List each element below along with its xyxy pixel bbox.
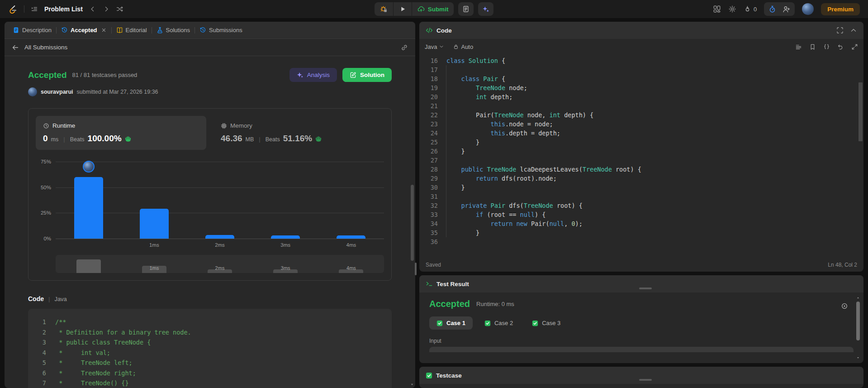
- line-code: [446, 156, 450, 165]
- tab-accepted[interactable]: Accepted: [57, 22, 111, 38]
- line-number: 18: [419, 74, 438, 83]
- line-code: return dfs(root).node;: [446, 174, 557, 183]
- line-code: public TreeNode lcaDeepestLeaves(TreeNod…: [446, 165, 641, 174]
- format-code-icon[interactable]: [795, 43, 802, 50]
- debug-button[interactable]: [375, 2, 393, 16]
- back-arrow-icon[interactable]: [12, 44, 19, 51]
- test-result-header: Test Result: [419, 275, 863, 292]
- scroll-up-icon[interactable]: [856, 296, 860, 300]
- solution-button[interactable]: Solution: [342, 68, 392, 82]
- solution-label: Solution: [360, 72, 384, 78]
- editor-line: 30 }: [419, 183, 863, 192]
- line-number: 7: [38, 378, 46, 388]
- stopwatch-icon[interactable]: [768, 5, 776, 13]
- copy-link-icon[interactable]: [401, 44, 408, 51]
- user-avatar[interactable]: [802, 3, 814, 15]
- tab-submissions[interactable]: Submissions: [195, 22, 247, 38]
- runtime-bar[interactable]: [205, 235, 234, 239]
- run-button[interactable]: [394, 2, 412, 16]
- code-editor-panel: Code Java Auto: [419, 22, 863, 272]
- case-tab-3[interactable]: Case 3: [525, 316, 568, 330]
- line-number: 6: [38, 368, 46, 378]
- editor-line: 24 this.depth = depth;: [419, 129, 863, 138]
- runtime-bar[interactable]: [140, 209, 169, 239]
- auto-toggle[interactable]: Auto: [453, 43, 473, 50]
- collapse-panel-icon[interactable]: [850, 27, 857, 34]
- scroll-down-icon[interactable]: [856, 356, 860, 359]
- close-tab-icon[interactable]: [101, 27, 107, 33]
- panel-resize-handle[interactable]: [415, 263, 417, 275]
- editor-scrollbar[interactable]: [859, 82, 863, 141]
- code-editor[interactable]: 16class Solution {17 18 class Pair {19 T…: [419, 54, 863, 258]
- line-code: TreeNode node;: [446, 83, 527, 92]
- scroll-down-icon[interactable]: [410, 382, 414, 387]
- expand-editor-icon[interactable]: [851, 43, 858, 50]
- accepted-tab-icon: [61, 27, 68, 34]
- submitted-code-block[interactable]: 1/**2 * Definition for a binary tree nod…: [28, 309, 392, 388]
- scrollbar-thumb[interactable]: [856, 302, 860, 340]
- editor-line: 35 }: [419, 228, 863, 237]
- author-name[interactable]: souravparui: [41, 89, 73, 95]
- problem-list-icon[interactable]: [31, 5, 38, 13]
- bookmark-icon[interactable]: [809, 43, 816, 50]
- prev-problem-icon[interactable]: [89, 5, 96, 13]
- horizontal-resize-handle[interactable]: [639, 287, 652, 289]
- line-code: [446, 101, 450, 110]
- problem-list-link[interactable]: Problem List: [44, 5, 83, 13]
- gridline: 0%: [56, 239, 384, 239]
- ai-assistant-button[interactable]: [478, 2, 493, 16]
- eye-icon[interactable]: [841, 302, 848, 310]
- code-language: Java: [54, 296, 66, 302]
- editor-line: 33 if (root == null) {: [419, 210, 863, 219]
- tab-label: Description: [22, 27, 52, 34]
- bar-column: [56, 162, 121, 239]
- cursor-position: Ln 48, Col 2: [828, 262, 857, 268]
- line-text: * TreeNode left;: [55, 358, 133, 368]
- premium-button[interactable]: Premium: [821, 3, 860, 15]
- runtime-bar[interactable]: [271, 235, 300, 239]
- next-problem-icon[interactable]: [103, 5, 110, 13]
- shuffle-icon[interactable]: [116, 5, 123, 13]
- language-selector[interactable]: Java: [425, 43, 444, 50]
- tab-editorial[interactable]: Editorial: [112, 22, 152, 38]
- code-section-title: Code: [28, 295, 44, 302]
- brush-label: 1ms: [121, 265, 187, 271]
- user-avatar-marker[interactable]: [83, 161, 95, 172]
- runtime-bar[interactable]: [74, 177, 103, 239]
- left-panel-scrollbar[interactable]: [411, 185, 414, 261]
- editor-line: 19 TreeNode node;: [419, 83, 863, 92]
- line-code: this.node = node;: [446, 120, 553, 129]
- line-text: * TreeNode right;: [55, 368, 136, 378]
- test-result-scrollbar[interactable]: [855, 296, 861, 359]
- analysis-button[interactable]: Analysis: [289, 68, 337, 82]
- case-tab-1[interactable]: Case 1: [429, 316, 473, 330]
- tab-solutions[interactable]: Solutions: [152, 22, 194, 38]
- runtime-card[interactable]: Runtime 0 ms | Beats 100.00%: [36, 116, 206, 150]
- case-tab-2[interactable]: Case 2: [477, 316, 520, 330]
- invite-user-icon[interactable]: [783, 5, 790, 13]
- left-panel: DescriptionAcceptedEditorialSolutionsSub…: [5, 22, 415, 388]
- test-result-title: Test Result: [436, 281, 469, 287]
- undo-icon[interactable]: [837, 43, 844, 50]
- apps-grid-icon[interactable]: [713, 5, 721, 13]
- memory-card[interactable]: Memory 46.36 MB | Beats 51.16%: [213, 116, 384, 150]
- horizontal-resize-handle[interactable]: [639, 379, 652, 381]
- tab-description[interactable]: Description: [8, 22, 56, 38]
- input-field[interactable]: [429, 347, 854, 352]
- streak-counter[interactable]: 0: [744, 5, 757, 13]
- terminal-icon: [426, 280, 433, 287]
- note-icon: [462, 5, 470, 13]
- code-line: 5 * TreeNode left;: [38, 358, 382, 368]
- top-navbar: Problem List Submit 0 Premiu: [0, 0, 868, 18]
- author-avatar[interactable]: [28, 87, 37, 96]
- notes-button[interactable]: [458, 2, 474, 16]
- settings-gear-icon[interactable]: [728, 5, 736, 13]
- all-submissions-link[interactable]: All Submissions: [24, 44, 67, 51]
- editor-line: 17: [419, 65, 863, 74]
- fullscreen-icon[interactable]: [836, 27, 844, 34]
- submit-button[interactable]: Submit: [412, 2, 454, 16]
- leetcode-logo-icon[interactable]: [8, 5, 18, 14]
- chart-brush[interactable]: 1ms2ms3ms4ms: [56, 255, 384, 273]
- runtime-bar[interactable]: [337, 235, 365, 239]
- braces-icon[interactable]: [823, 43, 830, 50]
